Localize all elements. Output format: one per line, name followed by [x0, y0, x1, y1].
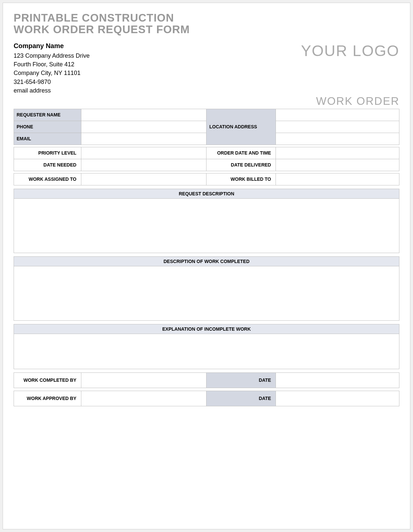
input-location-address-2[interactable]: [276, 121, 399, 133]
input-work-billed-to[interactable]: [276, 173, 399, 185]
label-email: EMAIL: [14, 133, 81, 145]
textarea-incomplete-explanation[interactable]: [14, 334, 399, 369]
label-order-date-time: ORDER DATE AND TIME: [206, 147, 276, 159]
input-date-needed[interactable]: [81, 159, 206, 171]
label-priority-level: PRIORITY LEVEL: [14, 147, 81, 159]
input-phone[interactable]: [81, 121, 206, 133]
form-title: PRINTABLE CONSTRUCTIONWORK ORDER REQUEST…: [14, 12, 399, 35]
label-work-completed-by: WORK COMPLETED BY: [14, 372, 81, 388]
textarea-work-completed[interactable]: [14, 266, 399, 321]
input-approved-date[interactable]: [276, 391, 399, 406]
company-name: Company Name: [14, 41, 90, 51]
input-completed-date[interactable]: [276, 372, 399, 388]
label-work-assigned-to: WORK ASSIGNED TO: [14, 173, 81, 185]
label-date-needed: DATE NEEDED: [14, 159, 81, 171]
document-page: PRINTABLE CONSTRUCTIONWORK ORDER REQUEST…: [3, 3, 410, 529]
requester-table: REQUESTER NAME LOCATION ADDRESS PHONE EM…: [14, 109, 399, 145]
input-work-assigned-to[interactable]: [81, 173, 206, 185]
label-location-address: LOCATION ADDRESS: [206, 109, 276, 145]
company-city-line: Company City, NY 11101: [14, 69, 90, 77]
header-row: Company Name 123 Company Address Drive F…: [14, 41, 399, 95]
work-order-heading: WORK ORDER: [14, 95, 399, 107]
label-phone: PHONE: [14, 121, 81, 133]
input-work-approved-by[interactable]: [81, 391, 206, 406]
label-work-approved-by: WORK APPROVED BY: [14, 391, 81, 406]
textarea-request-description[interactable]: [14, 199, 399, 253]
input-date-delivered[interactable]: [276, 159, 399, 171]
label-approved-date: DATE: [206, 391, 276, 406]
header-incomplete-explanation: EXPLANATION OF INCOMPLETE WORK: [14, 324, 399, 334]
label-completed-date: DATE: [206, 372, 276, 388]
assignment-table: WORK ASSIGNED TO WORK BILLED TO: [14, 173, 399, 185]
details-table: PRIORITY LEVEL ORDER DATE AND TIME DATE …: [14, 147, 399, 171]
company-address-2: Fourth Floor, Suite 412: [14, 60, 90, 69]
completed-by-table: WORK COMPLETED BY DATE: [14, 372, 399, 388]
company-address-1: 123 Company Address Drive: [14, 51, 90, 60]
input-work-completed-by[interactable]: [81, 372, 206, 388]
input-location-address-3[interactable]: [276, 133, 399, 145]
label-date-delivered: DATE DELIVERED: [206, 159, 276, 171]
input-priority-level[interactable]: [81, 147, 206, 159]
input-requester-name[interactable]: [81, 109, 206, 121]
company-email: email address: [14, 86, 90, 95]
company-phone: 321-654-9870: [14, 78, 90, 86]
input-email[interactable]: [81, 133, 206, 145]
header-work-completed: DESCRIPTION OF WORK COMPLETED: [14, 256, 399, 266]
input-order-date-time[interactable]: [276, 147, 399, 159]
input-location-address-1[interactable]: [276, 109, 399, 121]
logo-placeholder: YOUR LOGO: [301, 42, 399, 60]
header-request-description: REQUEST DESCRIPTION: [14, 189, 399, 199]
approved-by-table: WORK APPROVED BY DATE: [14, 391, 399, 406]
label-requester-name: REQUESTER NAME: [14, 109, 81, 121]
company-block: Company Name 123 Company Address Drive F…: [14, 41, 90, 95]
label-work-billed-to: WORK BILLED TO: [206, 173, 276, 185]
